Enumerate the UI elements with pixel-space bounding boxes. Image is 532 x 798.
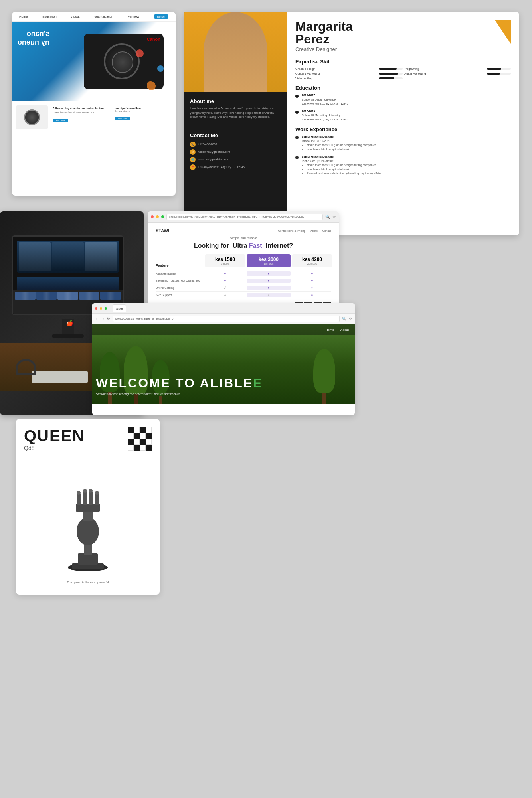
chess-cell-3 xyxy=(140,427,146,433)
location-icon: 📍 xyxy=(190,164,196,170)
alible-hero: Home About WELCOME TO ALIBLEE Sustainabl… xyxy=(92,324,355,404)
resume-email: ✉ hello@reallygreatsite.com xyxy=(190,149,281,155)
resume-skills-list: Graphic design Programing Content Market… xyxy=(295,67,511,80)
canon-camera-image: Canon xyxy=(76,26,172,97)
reload-icon[interactable]: ↻ xyxy=(107,317,110,321)
resume-photo xyxy=(184,12,287,92)
internet-headline: Looking for Ultra Fast Internet? xyxy=(156,242,331,249)
queen-figure xyxy=(24,458,152,577)
queen-subtitle: Qd8 xyxy=(24,445,85,451)
browser-min-btn[interactable] xyxy=(156,215,159,218)
internet-url-bar[interactable]: sites.google.com/s/7/9qC2ox9KMeuJFBDYXnh… xyxy=(166,214,323,220)
chess-cell-15 xyxy=(140,445,146,451)
pricing-row-4: 24/7 Support ✗ ✗ ● xyxy=(156,291,331,298)
resume-last-name: Perez xyxy=(295,33,353,45)
f1-p2: ● xyxy=(247,271,291,276)
edu-dot-1 xyxy=(295,95,299,98)
skill-video: Video editing xyxy=(295,77,403,80)
internet-tagline: Simple and reliable xyxy=(156,236,331,240)
edu-dot-2 xyxy=(295,111,299,114)
canon-nav-about[interactable]: About xyxy=(71,15,80,18)
resume-skills-section: Expertise Skill Graphic design Programin… xyxy=(295,59,511,80)
chess-cell-13 xyxy=(128,445,134,451)
alible-tab[interactable]: alible xyxy=(113,304,126,312)
ultra-text: Ultra xyxy=(233,242,249,249)
blob-red xyxy=(136,49,144,57)
pricing-row-3: Online Gaming ✗ ● ● xyxy=(156,284,331,291)
alible-nav-about[interactable]: About xyxy=(340,328,349,332)
alible-card: alible + ← → ↻ sites.google.com/view/ali… xyxy=(92,303,355,415)
apple-logo: 🍎 xyxy=(66,320,73,326)
resume-right-panel: Margarita Perez Creative Designer Expert… xyxy=(287,12,519,235)
new-tab-btn[interactable]: + xyxy=(128,306,130,310)
browser-close-btn[interactable] xyxy=(151,215,154,218)
alible-max-btn[interactable] xyxy=(105,307,107,310)
f2-p3: ● xyxy=(292,279,332,282)
timeline-clip-2 xyxy=(36,292,57,300)
fast-text: Fast xyxy=(249,242,262,249)
skill-content: Content Marketing xyxy=(295,72,403,75)
skill-graphic: Graphic design xyxy=(295,67,403,71)
nav-connections[interactable]: Connections & Pricing xyxy=(278,229,306,232)
canon-nav-button[interactable]: Button xyxy=(154,14,168,19)
forward-icon[interactable]: → xyxy=(101,317,105,321)
email-icon: ✉ xyxy=(190,149,196,155)
chess-cell-2 xyxy=(134,427,140,433)
canon-nav-education[interactable]: Education xyxy=(42,15,57,18)
svg-point-11 xyxy=(77,491,81,495)
nav-contact[interactable]: Contac xyxy=(322,229,331,232)
chess-cell-1 xyxy=(128,427,134,433)
chess-cell-12 xyxy=(146,439,152,445)
resume-address: 📍 123 Anywhere st., Any City, ST 12345 xyxy=(190,164,281,170)
browser-star-icon[interactable]: ☆ xyxy=(332,215,336,219)
canon-article-btn-1[interactable]: Learn More xyxy=(53,119,68,122)
alible-browser-top: alible + xyxy=(92,303,355,314)
nav-about[interactable]: About xyxy=(310,229,318,232)
mac-screen xyxy=(13,237,123,314)
timeline-clip-1 xyxy=(15,292,36,300)
f2-p1: ● xyxy=(205,279,245,282)
timeline-clip-4 xyxy=(79,292,100,300)
chess-cell-9 xyxy=(128,439,134,445)
canon-nav-home[interactable]: Home xyxy=(19,15,28,18)
f1-p1: ● xyxy=(205,272,245,275)
alible-nav-home[interactable]: Home xyxy=(326,328,334,332)
chess-board-icon xyxy=(128,427,152,451)
mac-keyboard xyxy=(32,371,88,383)
work-dot-2 xyxy=(295,156,299,159)
canon-nav: Home Education About quantification Winn… xyxy=(12,12,176,22)
plan-2-header: kes 3000 10mbps xyxy=(247,254,291,267)
browser-max-btn[interactable] xyxy=(161,215,164,218)
chess-cell-14 xyxy=(134,445,140,451)
svg-rect-8 xyxy=(83,492,87,505)
svg-point-4 xyxy=(77,518,99,545)
preview-thumb-2 xyxy=(52,242,84,271)
canon-article-2: comripni's arrol bro Derutal sinove Lear… xyxy=(113,105,172,129)
canon-article-1: A Ruses day vbactiu comrerinu fautno Lor… xyxy=(51,105,110,129)
timeline-clip-5 xyxy=(100,292,121,300)
chess-cell-10 xyxy=(134,439,140,445)
canon-digital-label: Derutal sinove xyxy=(115,110,170,112)
alible-min-btn[interactable] xyxy=(100,307,102,310)
monitor-base xyxy=(52,334,84,338)
welcome-rest: ELCOME TO ALIBLE xyxy=(109,376,253,390)
canon-article-btn-2[interactable]: Learn More xyxy=(115,117,130,120)
queen-header: QUEEN Qd8 xyxy=(24,427,152,451)
back-icon[interactable]: ← xyxy=(95,317,99,321)
alible-bookmark-icon[interactable]: ☆ xyxy=(349,317,352,321)
work-item-1: Senior Graphic Designer Iarana, inc | 20… xyxy=(295,135,511,152)
canon-nav-winnow[interactable]: Winnow xyxy=(128,15,139,18)
canon-nav-quant[interactable]: quantification xyxy=(94,15,113,18)
internet-browser-bar: sites.google.com/s/7/9qC2ox9KMeuJFBDYXnh… xyxy=(148,211,339,223)
alible-url-field[interactable]: sites.google.com/view/alible/home?authus… xyxy=(113,316,340,322)
alible-close-btn[interactable] xyxy=(95,307,97,310)
alible-search-icon[interactable]: 🔍 xyxy=(342,317,346,321)
canon-lower-section: Game Mu A Ruses day vbactiu comrerinu fa… xyxy=(12,101,176,133)
resume-name-block: Margarita Perez Creative Designer xyxy=(295,20,511,52)
svg-point-14 xyxy=(95,491,99,495)
browser-search-icon[interactable]: 🔍 xyxy=(325,215,330,219)
svg-point-13 xyxy=(89,489,93,493)
edu-item-1: 2015-2017 School Of Design University 12… xyxy=(295,93,511,106)
canon-hero: s'nano ny nueno Canon xyxy=(12,22,176,101)
tree-4 xyxy=(313,349,335,404)
